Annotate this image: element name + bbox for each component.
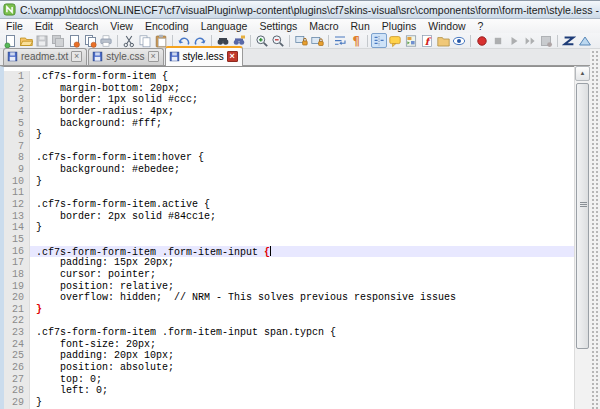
tab-style-less[interactable]: style.less× — [165, 46, 243, 66]
folder-as-workspace-button[interactable] — [435, 33, 451, 48]
code-text[interactable]: overflow: hidden; // NRM - This solves p… — [30, 292, 574, 304]
macro-save-button[interactable] — [538, 33, 554, 48]
code-text[interactable]: cursor: pointer; — [30, 269, 574, 281]
zoom-in-button[interactable] — [254, 33, 270, 48]
monitoring-button[interactable] — [451, 33, 467, 48]
code-text[interactable]: margin-bottom: 20px; — [30, 83, 574, 95]
code-line: 6} — [4, 129, 574, 141]
sync-horizontal-scroll-button[interactable] — [309, 33, 325, 48]
show-indent-guide-button[interactable] — [371, 33, 387, 48]
close-icon — [67, 34, 81, 48]
code-text[interactable]: padding: 15px 20px; — [30, 257, 574, 269]
line-number: 13 — [4, 211, 30, 223]
menu-item-macro[interactable]: Macro — [303, 19, 344, 33]
code-text[interactable]: .cf7s-form-form-item:hover { — [30, 152, 574, 164]
code-text[interactable] — [30, 315, 574, 327]
code-text[interactable]: position: relative; — [30, 281, 574, 293]
code-text[interactable]: .cf7s-form-form-item .form-item-input sp… — [30, 327, 574, 339]
macro-stop-button[interactable] — [490, 33, 506, 48]
print-button[interactable] — [98, 33, 114, 48]
code-text[interactable]: .cf7s-form-form-item.active { — [30, 199, 574, 211]
plugin-zigzag-button[interactable] — [561, 33, 577, 48]
plugin-triangle-button[interactable] — [577, 33, 593, 48]
tab-readme-txt[interactable]: readme.txt× — [3, 48, 87, 65]
zoom-out-icon — [271, 34, 285, 48]
text-caret — [270, 246, 271, 256]
copy-button[interactable] — [137, 33, 153, 48]
close-all-button[interactable] — [82, 33, 98, 48]
code-text[interactable]: border-radius: 4px; — [30, 106, 574, 118]
title-bar: C:\xampp\htdocs\ONLINE\CF7\cf7visualPlug… — [0, 1, 600, 19]
code-text-plain: .cf7s-form-form-item:hover { — [36, 152, 204, 163]
menu-item-run[interactable]: Run — [345, 19, 376, 33]
open-file-button[interactable] — [18, 33, 34, 48]
new-file-button[interactable] — [2, 33, 18, 48]
code-line: 3 border: 1px solid #ccc; — [4, 94, 574, 106]
user-define-dialog-button[interactable] — [387, 33, 403, 48]
document-map-button[interactable] — [403, 33, 419, 48]
vertical-scrollbar[interactable]: ▲ — [574, 66, 590, 409]
sync-vertical-scroll-button[interactable] — [293, 33, 309, 48]
menu-item-edit[interactable]: Edit — [29, 19, 59, 33]
code-text[interactable]: background: #fff; — [30, 118, 574, 130]
code-text[interactable] — [30, 141, 574, 153]
code-text[interactable]: } — [30, 397, 574, 409]
toolbar-group — [2, 33, 114, 48]
menu-item-view[interactable]: View — [104, 19, 139, 33]
code-text[interactable] — [30, 187, 574, 199]
tab-close-button[interactable]: × — [148, 51, 159, 62]
code-line: 7 — [4, 141, 574, 153]
menu-item-settings[interactable]: Settings — [253, 19, 303, 33]
close-button[interactable] — [66, 33, 82, 48]
code-line: 13 border: 2px solid #84cc1e; — [4, 211, 574, 223]
code-text[interactable]: } — [30, 129, 574, 141]
menu-item-language[interactable]: Language — [195, 19, 254, 33]
code-editor[interactable]: 1.cf7s-form-form-item {2 margin-bottom: … — [0, 66, 574, 409]
code-text[interactable]: left: 0; — [30, 385, 574, 397]
save-button[interactable] — [34, 33, 50, 48]
toolbar-separator — [367, 35, 368, 47]
tab-close-button[interactable]: × — [71, 51, 82, 62]
menu-item-file[interactable]: File — [0, 19, 29, 33]
scroll-up-button[interactable]: ▲ — [575, 66, 590, 81]
saved-file-icon — [7, 51, 18, 62]
function-list-button[interactable]: f — [419, 33, 435, 48]
menu-item-window[interactable]: Window — [422, 19, 471, 33]
code-text[interactable]: position: absolute; — [30, 362, 574, 374]
code-text[interactable]: } — [30, 222, 574, 234]
app-icon — [3, 3, 16, 16]
code-text[interactable]: background: #ebedee; — [30, 164, 574, 176]
code-text[interactable]: .cf7s-form-form-item { — [30, 71, 574, 83]
code-text[interactable]: border: 2px solid #84cc1e; — [30, 211, 574, 223]
code-text-plain: .cf7s-form-form-item.active { — [36, 199, 210, 210]
macro-record-button[interactable] — [474, 33, 490, 48]
save-all-button[interactable] — [50, 33, 66, 48]
plugin-triangle-icon — [578, 34, 592, 48]
toolbar-group: ¶ — [332, 33, 364, 48]
macro-run-multiple-button[interactable] — [522, 33, 538, 48]
macro-play-button[interactable] — [506, 33, 522, 48]
code-text[interactable]: .cf7s-form-form-item .form-item-input { — [30, 246, 574, 258]
tab-style-css[interactable]: style.css× — [88, 48, 163, 65]
code-text[interactable]: font-size: 20px; — [30, 339, 574, 351]
toolbar-separator — [250, 35, 251, 47]
code-text[interactable]: } — [30, 176, 574, 188]
zoom-out-button[interactable] — [270, 33, 286, 48]
code-text[interactable]: } — [30, 304, 574, 316]
code-text[interactable] — [30, 234, 574, 246]
menu-item-help[interactable]: ? — [472, 19, 490, 33]
code-text[interactable]: padding: 20px 10px; — [30, 350, 574, 362]
toolbar-group — [254, 33, 286, 48]
show-all-characters-button[interactable]: ¶ — [348, 33, 364, 48]
code-text[interactable]: border: 1px solid #ccc; — [30, 94, 574, 106]
word-wrap-button[interactable] — [332, 33, 348, 48]
scrollbar-thumb[interactable] — [576, 83, 589, 349]
menu-item-search[interactable]: Search — [59, 19, 104, 33]
line-number: 26 — [4, 362, 30, 374]
tab-close-button[interactable]: × — [227, 51, 238, 62]
cut-button[interactable] — [121, 33, 137, 48]
code-text[interactable]: top: 0; — [30, 374, 574, 386]
save-icon — [35, 34, 49, 48]
menu-item-encoding[interactable]: Encoding — [139, 19, 195, 33]
menu-item-plugins[interactable]: Plugins — [376, 19, 422, 33]
